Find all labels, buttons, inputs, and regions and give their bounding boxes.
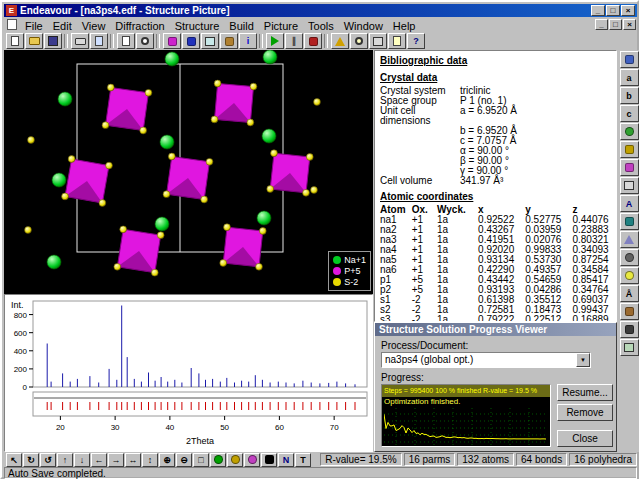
ruler-button[interactable] — [620, 303, 639, 320]
zoom-in-button[interactable]: ⊕ — [159, 453, 175, 467]
s-atom[interactable] — [271, 150, 278, 157]
child-restore-button[interactable]: □ — [609, 19, 622, 30]
s-atom[interactable] — [151, 269, 158, 276]
progress-viewer-button[interactable] — [350, 33, 368, 49]
rotate-right-button[interactable]: → — [108, 453, 124, 467]
s-atom[interactable] — [99, 200, 106, 207]
s-atom[interactable] — [120, 226, 127, 233]
labels-button[interactable]: A — [620, 195, 639, 212]
s-atom[interactable] — [220, 260, 227, 267]
polyhedra-style-button[interactable] — [244, 453, 260, 467]
camera-button[interactable] — [620, 321, 639, 338]
notes-button[interactable] — [388, 33, 406, 49]
na-atom[interactable] — [58, 92, 72, 106]
s-atom[interactable] — [140, 127, 147, 134]
s-atom[interactable] — [247, 119, 254, 126]
s-atom[interactable] — [163, 191, 170, 198]
na-atom[interactable] — [160, 135, 174, 149]
s-atom[interactable] — [62, 193, 69, 200]
view-along-b-button[interactable]: b — [620, 87, 639, 104]
pan-vertical-button[interactable]: ↕ — [142, 453, 158, 467]
bonds-display-button[interactable] — [620, 141, 639, 158]
na-atom[interactable] — [52, 173, 66, 187]
menu-build[interactable]: Build — [224, 19, 258, 33]
menu-window[interactable]: Window — [339, 19, 388, 33]
close-button[interactable]: × — [621, 5, 635, 16]
s-atom[interactable] — [107, 84, 114, 91]
rotate-left-button[interactable]: ← — [91, 453, 107, 467]
s-atom[interactable] — [28, 137, 35, 144]
s-atom[interactable] — [256, 263, 263, 270]
perspective-button[interactable] — [620, 231, 639, 248]
s-atom[interactable] — [267, 186, 274, 193]
process-document-select[interactable]: na3ps4 (global opt.) ▼ — [381, 352, 591, 368]
rotate-cw-button[interactable]: ↻ — [23, 453, 39, 467]
s-atom[interactable] — [114, 263, 121, 270]
background-color-button[interactable] — [620, 213, 639, 230]
na-atom[interactable] — [263, 50, 277, 64]
crystal-structure-canvas[interactable] — [4, 50, 373, 293]
data-sheet-button[interactable] — [201, 33, 219, 49]
na-atom[interactable] — [257, 211, 271, 225]
pause-calculation-button[interactable]: ∥ — [285, 33, 303, 49]
s-atom[interactable] — [206, 158, 213, 165]
s-atom[interactable] — [306, 154, 313, 161]
open-file-button[interactable] — [25, 33, 43, 49]
menu-picture[interactable]: Picture — [259, 19, 303, 33]
s-atom[interactable] — [145, 89, 152, 96]
na-atom[interactable] — [155, 217, 169, 231]
child-close-button[interactable]: × — [623, 19, 636, 30]
print-preview-button[interactable] — [90, 33, 108, 49]
s-atom[interactable] — [106, 162, 113, 169]
distance-measure-button[interactable]: Å — [620, 285, 639, 302]
s-atom[interactable] — [168, 153, 175, 160]
view-along-c-button[interactable]: c — [620, 105, 639, 122]
s-atom[interactable] — [250, 83, 257, 90]
menu-tools[interactable]: Tools — [303, 19, 339, 33]
polyhedra-display-button[interactable] — [620, 159, 639, 176]
unit-cell-button[interactable] — [620, 177, 639, 194]
structure-picture-button[interactable] — [163, 33, 181, 49]
select-pointer-button[interactable]: ↖ — [6, 453, 22, 467]
pan-horizontal-button[interactable]: ↔ — [125, 453, 141, 467]
minimize-button[interactable]: _ — [591, 5, 605, 16]
start-calculation-button[interactable] — [266, 33, 284, 49]
atoms-display-button[interactable] — [620, 123, 639, 140]
zoom-button[interactable] — [136, 33, 154, 49]
menu-edit[interactable]: Edit — [48, 19, 77, 33]
rotate-ccw-button[interactable]: ↺ — [40, 453, 56, 467]
child-minimize-button[interactable]: _ — [595, 19, 608, 30]
calculator-button[interactable] — [369, 33, 387, 49]
rotate-up-button[interactable]: ↑ — [57, 453, 73, 467]
new-document-button[interactable] — [6, 33, 24, 49]
stop-calculation-button[interactable] — [304, 33, 322, 49]
default-view-button[interactable] — [620, 51, 639, 68]
menu-diffraction[interactable]: Diffraction — [110, 19, 169, 33]
help-button[interactable]: ? — [407, 33, 425, 49]
distances-angles-button[interactable] — [220, 33, 238, 49]
zoom-out-button[interactable]: ⊖ — [176, 453, 192, 467]
text-tool-button[interactable]: T — [295, 453, 311, 467]
s-atom[interactable] — [157, 232, 164, 239]
s-atom[interactable] — [211, 116, 218, 123]
s-atom[interactable] — [314, 99, 321, 106]
menu-file[interactable]: File — [20, 19, 48, 33]
s-atom[interactable] — [224, 224, 231, 231]
background-button[interactable] — [261, 453, 277, 467]
s-atom[interactable] — [201, 196, 208, 203]
atom-style-button[interactable] — [210, 453, 226, 467]
options-button[interactable] — [620, 339, 639, 356]
bond-style-button[interactable] — [227, 453, 243, 467]
print-button[interactable] — [71, 33, 89, 49]
structure-picture-view[interactable]: Na+1P+5S-2 — [4, 50, 373, 294]
na-atom[interactable] — [262, 129, 276, 143]
s-atom[interactable] — [259, 228, 266, 235]
remove-button[interactable]: Remove — [557, 404, 613, 421]
labels-toggle-button[interactable]: N — [278, 453, 294, 467]
menu-structure[interactable]: Structure — [170, 19, 225, 33]
optimization-button[interactable] — [331, 33, 349, 49]
s-atom[interactable] — [68, 156, 75, 163]
copy-picture-button[interactable] — [117, 33, 135, 49]
document-icon[interactable] — [7, 19, 17, 30]
s-atom[interactable] — [102, 122, 109, 129]
